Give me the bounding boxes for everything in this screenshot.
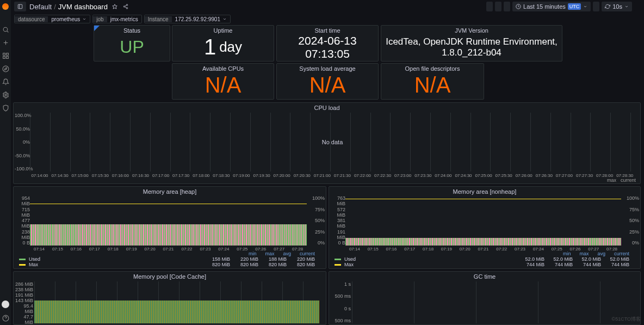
panel-system-load[interactable]: System load average N/A — [276, 63, 379, 100]
heap-yaxis-left: 954 MiB715 MiB477 MiB238 MiB0 B — [15, 195, 30, 246]
nonheap-max-line — [345, 199, 621, 199]
cpu-yaxis: 100.0%50.0%0%-50.0%-100.0% — [15, 113, 30, 171]
nonheap-legend: minmaxavgcurrent Used 52.0 MiB 52.0 MiB … — [335, 251, 635, 267]
panel-title: GC time — [329, 272, 640, 280]
panel-title: Available CPUs — [172, 64, 274, 72]
refresh-interval: 10s — [612, 3, 622, 10]
legend-swatch — [19, 264, 26, 266]
svg-point-6 — [3, 66, 9, 72]
panel-jvm-version[interactable]: JVM Version IcedTea, OpenJDK Runtime Env… — [381, 25, 562, 62]
status-value: UP — [94, 34, 170, 60]
panel-title: Uptime — [172, 26, 274, 34]
svg-rect-3 — [6, 53, 8, 55]
legend-name: Used — [344, 256, 366, 262]
svg-rect-5 — [6, 56, 8, 58]
panel-title: System load average — [277, 64, 378, 72]
avatar[interactable] — [2, 301, 9, 308]
help-icon[interactable] — [2, 314, 9, 322]
uptime-number: 1 — [204, 35, 216, 59]
legend-row[interactable]: Max 744 MiB 744 MiB 744 MiB 744 MiB — [335, 262, 635, 267]
sidebar — [0, 0, 11, 325]
legend-name: Max — [344, 262, 366, 267]
timerange-picker[interactable]: Last 15 minutes UTC — [512, 2, 591, 11]
svg-marker-7 — [4, 68, 7, 70]
settings-icon[interactable] — [504, 2, 510, 11]
dashboards-icon[interactable] — [2, 52, 9, 59]
refresh-button[interactable]: 10s — [602, 2, 632, 11]
legend-swatch — [335, 259, 341, 260]
zoom-out-icon[interactable] — [593, 2, 599, 11]
var-instance[interactable]: Instance 172.25.92.92:9901 — [144, 15, 231, 23]
share-icon[interactable] — [122, 2, 129, 11]
svg-rect-2 — [3, 53, 5, 55]
panel-start-time[interactable]: Start time 2024-06-13 07:13:05 — [276, 25, 379, 62]
svg-point-8 — [4, 94, 6, 95]
panel-memory-pool-code-cache[interactable]: Memory pool [Code Cache] 286 MiB238 MiB1… — [13, 271, 326, 325]
start-time-value: 2024-06-13 07:13:05 — [277, 34, 378, 60]
gc-plot — [352, 281, 634, 323]
watermark: ©51CTO博客 — [612, 316, 641, 323]
pool-yaxis-left: 286 MiB238 MiB191 MiB143 MiB95.4 MiB47.7… — [15, 281, 33, 323]
panel-toggle-icon[interactable] — [14, 2, 26, 11]
grafana-logo[interactable] — [1, 2, 10, 11]
uptime-unit: day — [219, 39, 242, 56]
heap-used-bars — [30, 224, 307, 246]
star-icon[interactable] — [111, 2, 119, 11]
pool-bars — [34, 301, 319, 323]
panel-title: Memory pool [Code Cache] — [14, 272, 326, 280]
nonheap-plot — [345, 195, 621, 246]
panel-open-fd[interactable]: Open file descriptors N/A — [381, 63, 484, 100]
panel-title: CPU load — [14, 103, 640, 112]
breadcrumb-current: JVM dashboard — [58, 3, 108, 11]
nonheap-used-bars — [345, 238, 621, 246]
cpu-legend: max current — [607, 177, 636, 183]
breadcrumb-root[interactable]: Default — [29, 3, 52, 11]
alert-icon[interactable] — [2, 78, 9, 85]
svg-point-0 — [2, 3, 9, 10]
panel-title: Start time — [277, 26, 378, 34]
panel-memory-heap[interactable]: Memory area [heap] 954 MiB715 MiB477 MiB… — [13, 186, 326, 269]
svg-point-1 — [3, 27, 8, 32]
heap-yaxis-right: 100%75%50%25%0% — [308, 195, 325, 246]
panel-available-cpus[interactable]: Available CPUs N/A — [172, 63, 274, 100]
panel-title: Status — [94, 26, 170, 34]
nonheap-yaxis-right: 100%75%50%25%0% — [623, 195, 639, 246]
fd-value: N/A — [381, 72, 484, 98]
gc-yaxis-left: 1 s500 ms0 s500 ms — [330, 281, 351, 323]
panel-title: Memory area [nonheap] — [329, 187, 640, 195]
timezone-badge: UTC — [568, 3, 581, 10]
kiosk-icon[interactable] — [634, 2, 641, 11]
panel-gc-time[interactable]: GC time 1 s500 ms0 s500 ms — [329, 271, 641, 325]
jvm-version-value: IcedTea, OpenJDK Runtime Environment, 1.… — [381, 34, 562, 60]
save-icon[interactable] — [495, 2, 501, 11]
svg-point-13 — [123, 6, 125, 8]
panel-link-icon[interactable] — [94, 26, 100, 31]
legend-row[interactable]: Max 820 MiB 820 MiB 820 MiB 820 MiB — [19, 262, 320, 267]
panel-uptime[interactable]: Uptime 1 day — [172, 25, 274, 62]
var-job[interactable]: job jmx-metrics — [92, 15, 141, 23]
explore-icon[interactable] — [2, 65, 9, 72]
plus-icon[interactable] — [2, 39, 9, 46]
cpu-xaxis: 07:14:0007:14:3007:15:0007:15:3007:16:00… — [30, 173, 635, 178]
add-panel-icon[interactable] — [486, 2, 493, 11]
var-datasource[interactable]: datasource prometheus — [14, 15, 90, 23]
pool-plot — [34, 281, 319, 323]
variable-bar: datasource prometheus job jmx-metrics In… — [11, 14, 644, 24]
svg-point-12 — [126, 4, 128, 5]
load-value: N/A — [277, 72, 378, 98]
legend-row[interactable]: Used 158 MiB 220 MiB 188 MiB 220 MiB — [19, 256, 320, 262]
nodata-label: No data — [30, 113, 635, 171]
chevron-down-icon — [82, 17, 86, 21]
heap-plot — [30, 195, 307, 246]
panel-status[interactable]: Status UP — [94, 25, 170, 62]
cpus-value: N/A — [172, 72, 274, 98]
nonheap-yaxis-left: 763 MiB572 MiB381 MiB191 MiB0 B — [330, 195, 345, 246]
legend-row[interactable]: Used 52.0 MiB 52.0 MiB 52.0 MiB 52.0 MiB — [335, 256, 635, 262]
shield-icon[interactable] — [2, 104, 9, 112]
search-icon[interactable] — [2, 26, 9, 33]
panel-memory-nonheap[interactable]: Memory area [nonheap] 763 MiB572 MiB381 … — [329, 186, 641, 269]
panel-title: Open file descriptors — [381, 64, 484, 72]
panel-cpu-load[interactable]: CPU load 100.0%50.0%0%-50.0%-100.0% No d… — [13, 102, 641, 184]
gear-icon[interactable] — [2, 91, 9, 99]
topbar: Default / JVM dashboard Last 15 minutes … — [11, 0, 644, 13]
